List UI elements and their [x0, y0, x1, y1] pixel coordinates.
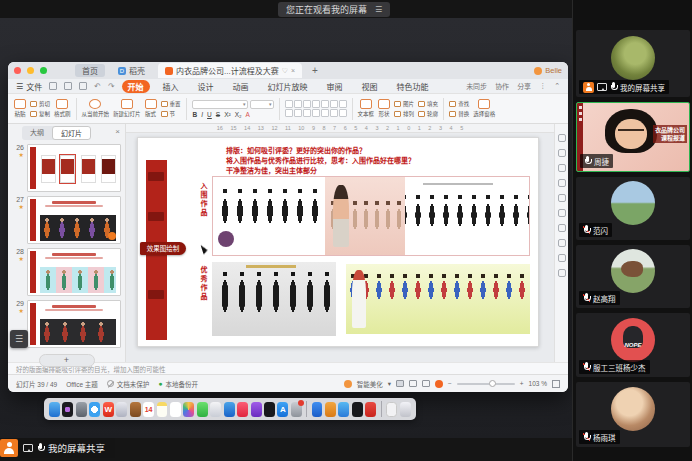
- new-tab-button[interactable]: +: [308, 65, 322, 76]
- dock-icon-launchpad[interactable]: [76, 402, 87, 417]
- superscript-button[interactable]: X²: [223, 111, 232, 118]
- paste-button[interactable]: 粘贴: [14, 99, 26, 118]
- sync-status[interactable]: 未同步: [466, 81, 487, 91]
- shapes-panel-icon[interactable]: [558, 149, 566, 157]
- beautify-label[interactable]: 智能美化: [357, 379, 383, 389]
- dock-icon-music[interactable]: [237, 402, 248, 417]
- dock-icon-teamviewer[interactable]: [312, 402, 323, 417]
- underline-button[interactable]: U: [206, 111, 213, 118]
- dock-icon-safari[interactable]: [89, 402, 100, 417]
- tab-document[interactable]: 内衣品牌公司...计流程及大赛 ♡ ×: [158, 63, 302, 78]
- section-button[interactable]: 节: [161, 110, 181, 118]
- arrange-button[interactable]: 排列: [394, 110, 414, 118]
- color-panel-icon[interactable]: [558, 164, 566, 172]
- slide-thumbnail[interactable]: [27, 144, 121, 192]
- excellent-works-dark-panel[interactable]: [212, 262, 336, 336]
- save-icon[interactable]: [49, 82, 57, 90]
- dock-icon-reminders[interactable]: [170, 402, 181, 417]
- protection-status[interactable]: 文档未保护: [107, 379, 150, 389]
- participant-tile[interactable]: 范闪: [576, 177, 690, 240]
- zoom-slider-knob[interactable]: [489, 380, 496, 387]
- undo-icon[interactable]: ↶: [94, 82, 101, 91]
- normal-view-icon[interactable]: [396, 380, 404, 387]
- banner-highlight-tag[interactable]: 效果图绘制: [140, 242, 186, 255]
- banner-menu-icon[interactable]: ☰: [375, 5, 382, 14]
- zoom-level[interactable]: 103 %: [529, 380, 547, 387]
- collapse-ribbon-icon[interactable]: ⌃: [554, 82, 560, 90]
- participant-tile-active-speaker[interactable]: 衣品牌公司 课程报道 周捷: [576, 102, 690, 172]
- dock-icon-calendar[interactable]: 14: [143, 402, 154, 417]
- doc-tab-close-icon[interactable]: ×: [291, 67, 295, 74]
- floating-menu-widget[interactable]: ☰: [10, 330, 28, 348]
- backup-status[interactable]: ●本地备份开: [158, 379, 198, 389]
- fit-screen-icon[interactable]: [552, 380, 560, 388]
- properties-panel-icon[interactable]: [558, 134, 566, 142]
- share-button[interactable]: 分享: [517, 81, 531, 91]
- ribbon-tab-design[interactable]: 设计: [192, 80, 220, 93]
- effects-panel-icon[interactable]: [558, 179, 566, 187]
- account-area[interactable]: Belle: [534, 66, 562, 75]
- collab-button[interactable]: 协作: [495, 81, 509, 91]
- file-menu[interactable]: ☰文件: [16, 81, 42, 92]
- dock-icon-app-store[interactable]: A: [277, 402, 288, 417]
- dock-icon-toolbox[interactable]: [325, 402, 336, 417]
- tab-home[interactable]: 首页: [75, 64, 105, 77]
- ribbon-tab-insert[interactable]: 插入: [157, 80, 185, 93]
- zoom-in-icon[interactable]: +: [520, 380, 524, 387]
- font-color-button[interactable]: A: [245, 111, 251, 118]
- paragraph-tools-grid[interactable]: [285, 100, 347, 117]
- dock-icon-trash[interactable]: [400, 402, 411, 417]
- layout-button[interactable]: 版式: [145, 99, 157, 118]
- slide-thumbnail[interactable]: [27, 196, 121, 244]
- find-button[interactable]: 查找: [449, 100, 469, 108]
- copy-button[interactable]: 复制: [30, 110, 50, 118]
- slide-thumbnail[interactable]: [27, 300, 121, 348]
- reset-button[interactable]: 重置: [161, 100, 181, 108]
- transition-panel-icon[interactable]: [558, 209, 566, 217]
- ribbon-tab-review[interactable]: 审阅: [321, 80, 349, 93]
- italic-button[interactable]: I: [200, 111, 204, 118]
- dock-icon-notes[interactable]: [157, 402, 168, 417]
- excellent-works-color-panel[interactable]: [346, 264, 530, 334]
- dock-icon-meeting[interactable]: [338, 402, 349, 417]
- strikethrough-button[interactable]: S: [215, 111, 221, 118]
- dock-icon-tv[interactable]: [264, 402, 275, 417]
- current-slide[interactable]: 效果图绘制 排版：如何吸引评委？更好的突出你的作品？ 将入围作品与优秀作品进行比…: [137, 137, 539, 347]
- fill-button[interactable]: 填充: [418, 100, 438, 108]
- section-label-excellent[interactable]: 优秀作品: [198, 266, 208, 302]
- close-traffic-light[interactable]: [14, 67, 21, 74]
- participant-tile[interactable]: NOPE 服工三班杨少杰: [576, 313, 690, 377]
- export-icon[interactable]: [79, 82, 87, 90]
- media-panel-icon[interactable]: [558, 269, 566, 277]
- print-icon[interactable]: [64, 82, 72, 90]
- dock-icon-messages[interactable]: [197, 402, 208, 417]
- play-from-current-button[interactable]: 从当前开始: [82, 99, 110, 118]
- tab-slides[interactable]: 幻灯片: [52, 126, 91, 140]
- dock-icon-settings[interactable]: [291, 402, 302, 417]
- dock-icon-photos[interactable]: [183, 402, 194, 417]
- ribbon-tab-start[interactable]: 开始: [122, 80, 150, 93]
- dock-icon-wps[interactable]: W: [103, 402, 114, 417]
- shape-button[interactable]: 形状: [378, 99, 390, 118]
- animation-panel-icon[interactable]: [558, 194, 566, 202]
- font-size-select[interactable]: [250, 100, 274, 109]
- theme-name[interactable]: Office 主题: [66, 379, 98, 389]
- minimize-traffic-light[interactable]: [27, 67, 34, 74]
- tab-docer[interactable]: D 稻壳: [111, 64, 152, 77]
- outline-button[interactable]: 轮廓: [418, 110, 438, 118]
- tab-outline[interactable]: 大纲: [22, 126, 52, 140]
- add-slide-button[interactable]: +: [39, 354, 95, 367]
- settings-panel-icon[interactable]: [558, 224, 566, 232]
- section-label-shortlisted[interactable]: 入围作品: [198, 182, 208, 218]
- slideshow-play-icon[interactable]: [435, 380, 443, 388]
- participant-tile-self[interactable]: 我的屏幕共享: [576, 30, 690, 97]
- participant-tile[interactable]: 赵高翔: [576, 245, 690, 308]
- bold-button[interactable]: B: [192, 111, 199, 118]
- history-panel-icon[interactable]: [558, 254, 566, 262]
- dock-icon-podcasts[interactable]: [251, 402, 262, 417]
- redo-icon[interactable]: ↷: [108, 82, 115, 91]
- reading-view-icon[interactable]: [422, 380, 430, 387]
- dock-icon-finder[interactable]: [49, 402, 60, 417]
- textbox-button[interactable]: 文本框: [358, 99, 375, 118]
- picture-button[interactable]: 图片: [394, 100, 414, 108]
